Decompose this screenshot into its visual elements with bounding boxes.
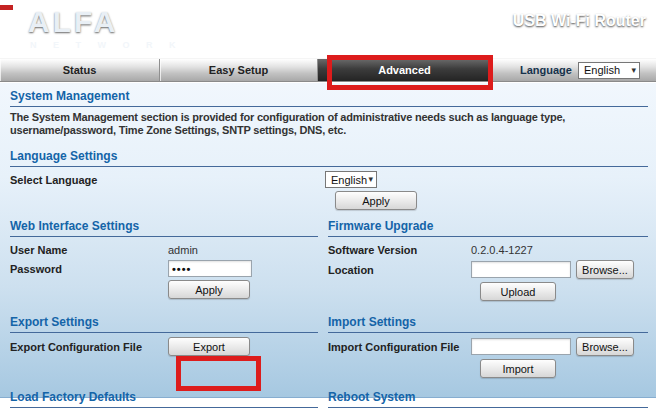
language-label: Language: [520, 64, 572, 76]
language-select[interactable]: English ▾: [578, 62, 640, 79]
language-settings-title: Language Settings: [10, 149, 648, 167]
section-system-management: System Management The System Management …: [10, 89, 648, 137]
chevron-down-icon: ▾: [631, 66, 636, 75]
tab-easy-setup[interactable]: Easy Setup: [160, 59, 318, 81]
firmware-upgrade-title: Firmware Upgrade: [328, 219, 648, 237]
section-import-settings: Import Settings Import Configuration Fil…: [328, 315, 648, 378]
tab-advanced[interactable]: Advanced: [318, 59, 492, 81]
logo-brand-text: ALFA: [28, 6, 158, 38]
password-label: Password: [10, 263, 168, 275]
model-number: R36: [513, 39, 646, 51]
software-version-label: Software Version: [328, 244, 471, 256]
export-button[interactable]: Export: [168, 337, 250, 356]
import-file-field[interactable]: [471, 338, 571, 355]
section-export-settings: Export Settings Export Configuration Fil…: [10, 315, 318, 356]
language-zone: Language English ▾: [492, 59, 656, 81]
import-settings-title: Import Settings: [328, 315, 648, 333]
web-interface-apply-button[interactable]: Apply: [168, 280, 250, 299]
section-web-interface: Web Interface Settings User Name admin P…: [10, 219, 318, 299]
language-select-value: English: [584, 64, 620, 76]
upload-button[interactable]: Upload: [480, 282, 556, 301]
red-accent-dash: [0, 5, 13, 10]
reboot-system-title: Reboot System: [328, 390, 648, 408]
location-field[interactable]: [471, 261, 571, 278]
software-version-value: 0.2.0.4-1227: [471, 244, 533, 256]
section-language-settings: Language Settings Select Language Englis…: [10, 149, 648, 210]
select-language-value: English: [331, 174, 367, 186]
export-config-label: Export Configuration File: [10, 341, 168, 353]
header: ALFA N E T W O R K USB Wi-Fi Router R36: [0, 0, 656, 58]
logo-network-text: N E T W O R K: [28, 40, 158, 50]
username-value: admin: [168, 244, 198, 256]
location-label: Location: [328, 264, 471, 276]
password-field[interactable]: [168, 260, 252, 277]
factory-defaults-title: Load Factory Defaults: [10, 390, 318, 408]
section-firmware-upgrade: Firmware Upgrade Software Version 0.2.0.…: [328, 219, 648, 301]
import-button[interactable]: Import: [480, 359, 556, 378]
export-settings-title: Export Settings: [10, 315, 318, 333]
tab-status[interactable]: Status: [0, 59, 160, 81]
chevron-down-icon: ▾: [368, 175, 373, 184]
system-management-title: System Management: [10, 89, 648, 107]
import-config-label: Import Configuration File: [328, 341, 471, 353]
section-reboot-system: Reboot System Reboot System Reboot Now!: [328, 390, 648, 410]
firmware-browse-button[interactable]: Browse...: [576, 260, 634, 279]
web-interface-title: Web Interface Settings: [10, 219, 318, 237]
language-apply-button[interactable]: Apply: [335, 191, 417, 210]
section-factory-defaults: Load Factory Defaults Restore settings t…: [10, 390, 318, 410]
username-label: User Name: [10, 244, 168, 256]
product-title: USB Wi-Fi Router: [513, 12, 646, 30]
system-management-description: The System Management section is provide…: [10, 111, 648, 137]
nav-tab-bar: Status Easy Setup Advanced Language Engl…: [0, 58, 656, 82]
select-language-label: Select Language: [10, 174, 325, 186]
main-content: System Management The System Management …: [0, 83, 656, 398]
alfa-logo: ALFA N E T W O R K: [28, 6, 158, 50]
import-browse-button[interactable]: Browse...: [576, 337, 634, 356]
select-language-dropdown[interactable]: English ▾: [325, 171, 377, 188]
